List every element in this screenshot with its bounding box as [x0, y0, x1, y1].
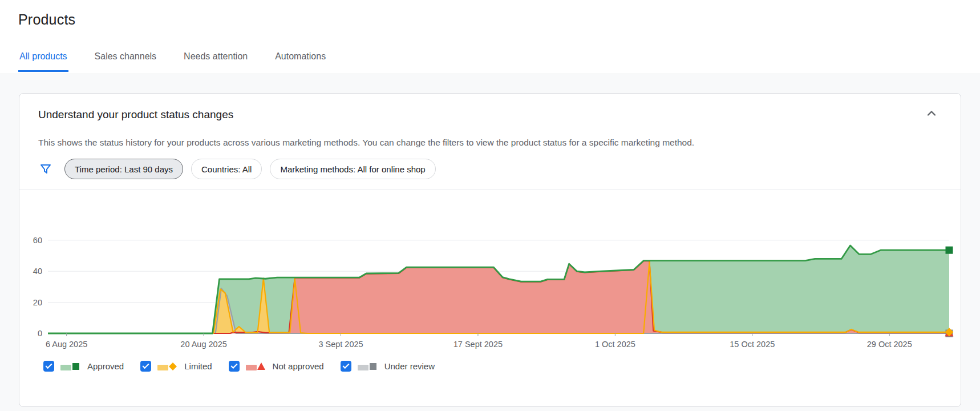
checkbox-under-review[interactable] — [341, 361, 351, 372]
approved-swatch-icon — [60, 361, 81, 372]
tab-bar: All products Sales channels Needs attent… — [18, 49, 327, 72]
swatch-fill — [60, 365, 71, 370]
swatch-marker — [169, 362, 177, 370]
page-header: Products All products Sales channels Nee… — [0, 0, 980, 74]
legend-item-not-approved[interactable]: Not approved — [229, 361, 324, 372]
legend-item-limited[interactable]: Limited — [140, 361, 212, 372]
swatch-marker — [370, 363, 376, 370]
checkbox-limited[interactable] — [140, 361, 151, 372]
status-history-area-chart: 02040606 Aug 202520 Aug 20253 Sept 20251… — [27, 203, 959, 353]
legend-label: Approved — [87, 361, 124, 371]
x-axis-label: 29 Oct 2025 — [867, 340, 912, 349]
legend-item-approved[interactable]: Approved — [43, 361, 124, 372]
x-axis-label: 17 Sept 2025 — [453, 340, 503, 349]
swatch-fill — [157, 365, 168, 370]
end-marker-approved — [946, 247, 953, 254]
swatch-fill — [246, 365, 257, 370]
y-axis-label: 60 — [33, 236, 42, 245]
card-divider — [19, 190, 961, 190]
x-axis-label: 1 Oct 2025 — [595, 340, 635, 349]
y-axis-label: 40 — [33, 267, 42, 276]
checkbox-approved[interactable] — [43, 361, 54, 372]
y-axis-label: 20 — [33, 298, 42, 307]
legend-label: Not approved — [273, 361, 324, 371]
under-review-swatch-icon — [358, 361, 378, 372]
filter-funnel-icon[interactable] — [38, 162, 53, 176]
page-title: Products — [18, 11, 75, 28]
limited-swatch-icon — [157, 361, 178, 372]
swatch-fill — [358, 365, 368, 370]
status-changes-card: Understand your product status changes T… — [19, 93, 961, 407]
legend-item-under-review[interactable]: Under review — [341, 361, 435, 372]
x-axis-label: 3 Sept 2025 — [318, 340, 363, 349]
not-approved-swatch-icon — [246, 361, 266, 372]
card-description: This shows the status history for your p… — [38, 138, 694, 148]
tab-automations[interactable]: Automations — [274, 49, 327, 72]
x-axis-label: 20 Aug 2025 — [180, 340, 226, 349]
filter-chip-countries[interactable]: Countries: All — [191, 159, 262, 179]
chevron-up-icon — [925, 107, 938, 123]
swatch-marker — [72, 363, 79, 370]
y-axis-label: 0 — [38, 329, 42, 338]
tab-all-products[interactable]: All products — [18, 49, 68, 72]
swatch-marker — [257, 362, 265, 370]
x-axis-label: 15 Oct 2025 — [730, 340, 775, 349]
legend-label: Under review — [384, 361, 435, 371]
chart-legend: Approved Limited Not approved Under revi… — [43, 361, 435, 372]
x-axis-label: 6 Aug 2025 — [46, 340, 87, 349]
filter-row: Time period: Last 90 days Countries: All… — [38, 158, 436, 180]
filter-chip-marketing-methods[interactable]: Marketing methods: All for online shop — [270, 159, 435, 179]
tab-needs-attention[interactable]: Needs attention — [183, 49, 249, 72]
checkbox-not-approved[interactable] — [229, 361, 240, 372]
tab-sales-channels[interactable]: Sales channels — [94, 49, 158, 72]
card-title: Understand your product status changes — [38, 108, 233, 121]
collapse-button[interactable] — [923, 106, 940, 123]
filter-chip-time-period[interactable]: Time period: Last 90 days — [64, 159, 183, 179]
legend-label: Limited — [184, 361, 212, 371]
